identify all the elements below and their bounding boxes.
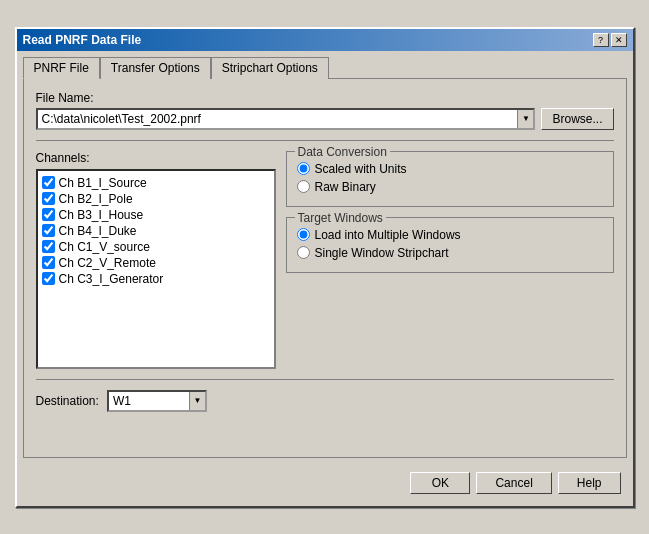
channels-label: Channels: (36, 151, 276, 165)
raw-binary-radio[interactable] (297, 180, 310, 193)
channel-checkbox[interactable] (42, 208, 55, 221)
target-windows-group: Target Windows Load into Multiple Window… (286, 217, 614, 273)
channel-label: Ch B1_I_Source (59, 176, 147, 190)
scaled-units-label: Scaled with Units (315, 162, 407, 176)
ok-button[interactable]: OK (410, 472, 470, 494)
list-item: Ch C3_I_Generator (42, 271, 270, 287)
file-name-row: File Name: C:\data\nicolet\Test_2002.pnr… (36, 91, 614, 130)
separator-1 (36, 140, 614, 141)
list-item: Ch B2_I_Pole (42, 191, 270, 207)
channel-checkbox[interactable] (42, 224, 55, 237)
channel-label: Ch C2_V_Remote (59, 256, 156, 270)
destination-row: Destination: W1 W2 W3 ▼ (36, 390, 614, 412)
tab-stripchart-options[interactable]: Stripchart Options (211, 57, 329, 79)
list-item: Ch C1_V_source (42, 239, 270, 255)
list-item: Ch C2_V_Remote (42, 255, 270, 271)
radio-single-window: Single Window Stripchart (297, 244, 603, 262)
dest-select-wrapper: W1 W2 W3 ▼ (107, 390, 207, 412)
main-area: Channels: Ch B1_I_SourceCh B2_I_PoleCh B… (36, 151, 614, 369)
target-windows-title: Target Windows (295, 211, 386, 225)
destination-label: Destination: (36, 394, 99, 408)
channels-section: Channels: Ch B1_I_SourceCh B2_I_PoleCh B… (36, 151, 276, 369)
list-item: Ch B3_I_House (42, 207, 270, 223)
right-panel: Data Conversion Scaled with Units Raw Bi… (286, 151, 614, 369)
tab-content: File Name: C:\data\nicolet\Test_2002.pnr… (23, 78, 627, 458)
browse-button[interactable]: Browse... (541, 108, 613, 130)
help-button[interactable]: ? (593, 33, 609, 47)
list-item: Ch B1_I_Source (42, 175, 270, 191)
channel-checkbox[interactable] (42, 240, 55, 253)
channel-checkbox[interactable] (42, 176, 55, 189)
single-window-radio[interactable] (297, 246, 310, 259)
separator-2 (36, 379, 614, 380)
channel-label: Ch C1_V_source (59, 240, 150, 254)
channel-label: Ch B4_I_Duke (59, 224, 137, 238)
data-conversion-group: Data Conversion Scaled with Units Raw Bi… (286, 151, 614, 207)
multiple-windows-label: Load into Multiple Windows (315, 228, 461, 242)
main-window: Read PNRF Data File ? ✕ PNRF File Transf… (15, 27, 635, 508)
multiple-windows-radio[interactable] (297, 228, 310, 241)
title-controls: ? ✕ (593, 33, 627, 47)
bottom-buttons: OK Cancel Help (23, 472, 627, 500)
file-name-select[interactable]: C:\data\nicolet\Test_2002.pnrf (36, 108, 536, 130)
help-btn-bottom[interactable]: Help (558, 472, 621, 494)
radio-raw-binary: Raw Binary (297, 178, 603, 196)
channel-label: Ch C3_I_Generator (59, 272, 164, 286)
single-window-label: Single Window Stripchart (315, 246, 449, 260)
window-title: Read PNRF Data File (23, 33, 142, 47)
file-select-wrapper: C:\data\nicolet\Test_2002.pnrf ▼ (36, 108, 536, 130)
tab-bar: PNRF File Transfer Options Stripchart Op… (23, 57, 627, 79)
raw-binary-label: Raw Binary (315, 180, 376, 194)
list-item: Ch B4_I_Duke (42, 223, 270, 239)
channel-label: Ch B2_I_Pole (59, 192, 133, 206)
channels-list[interactable]: Ch B1_I_SourceCh B2_I_PoleCh B3_I_HouseC… (36, 169, 276, 369)
file-name-input-row: C:\data\nicolet\Test_2002.pnrf ▼ Browse.… (36, 108, 614, 130)
cancel-button[interactable]: Cancel (476, 472, 551, 494)
channel-checkbox[interactable] (42, 272, 55, 285)
tab-pnrf-file[interactable]: PNRF File (23, 57, 100, 79)
channel-label: Ch B3_I_House (59, 208, 144, 222)
channel-checkbox[interactable] (42, 192, 55, 205)
data-conversion-title: Data Conversion (295, 145, 390, 159)
destination-select[interactable]: W1 W2 W3 (107, 390, 207, 412)
title-bar: Read PNRF Data File ? ✕ (17, 29, 633, 51)
scaled-units-radio[interactable] (297, 162, 310, 175)
window-content: PNRF File Transfer Options Stripchart Op… (17, 51, 633, 506)
channel-checkbox[interactable] (42, 256, 55, 269)
close-button[interactable]: ✕ (611, 33, 627, 47)
tab-transfer-options[interactable]: Transfer Options (100, 57, 211, 79)
file-name-label: File Name: (36, 91, 614, 105)
radio-scaled-with-units: Scaled with Units (297, 160, 603, 178)
radio-multiple-windows: Load into Multiple Windows (297, 226, 603, 244)
